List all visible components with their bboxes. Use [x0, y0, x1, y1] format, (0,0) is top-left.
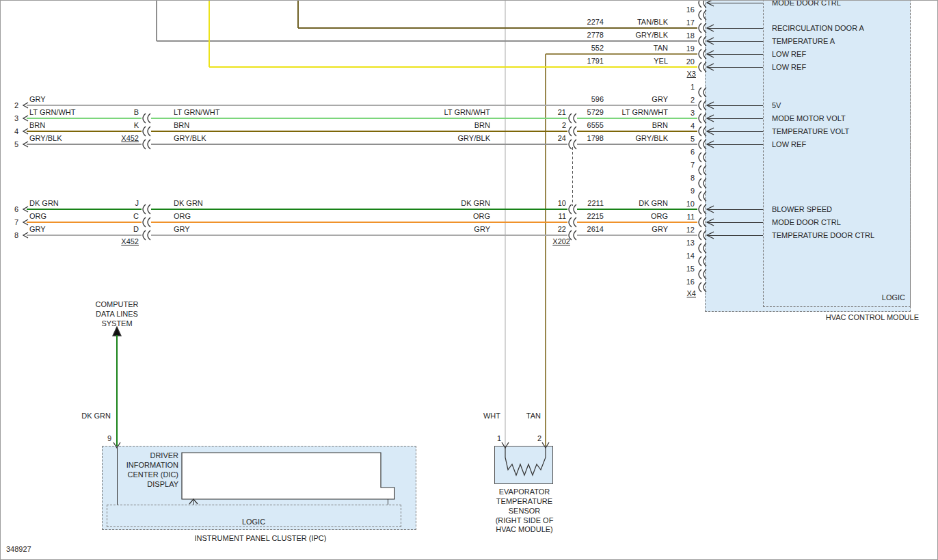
circuit-number: 2211 [587, 199, 604, 208]
wire-color-label: ORG [174, 212, 191, 221]
inline-connector-icon [704, 243, 706, 253]
wire-color-label: DK GRN [81, 412, 111, 421]
inline-connector-icon [148, 230, 150, 240]
inline-connector-icon [699, 256, 701, 266]
inline-connector-icon [699, 1, 701, 8]
evap-label-line: SENSOR [470, 507, 579, 516]
inline-connector-icon [704, 178, 706, 188]
module-pin-number: 20 [686, 57, 695, 66]
evap-label-line: HVAC MODULE) [470, 525, 579, 534]
inline-connector-icon [143, 126, 146, 136]
module-pin-label: RECIRCULATION DOOR A [772, 24, 864, 33]
ipc-title: INSTRUMENT PANEL CLUSTER (IPC) [185, 534, 336, 543]
module-pin-label: MODE DOOR CTRL [772, 0, 841, 8]
wire-color-label: LT GRN/WHT [444, 108, 490, 117]
inline-connector-icon [699, 36, 701, 46]
inline-connector-icon [699, 178, 701, 188]
inline-connector-icon [704, 49, 706, 59]
inline-connector-icon [699, 139, 701, 149]
page-ref-number: 4 [14, 127, 18, 136]
module-pin-number: 11 [687, 213, 695, 222]
connector-cavity-number: 22 [558, 225, 566, 234]
wire-color-label: YEL [654, 57, 668, 66]
connector-cavity-number: 10 [558, 199, 566, 208]
inline-connector-icon [569, 114, 572, 123]
module-pin-label: 5V [772, 101, 781, 110]
inline-connector-icon [148, 139, 150, 149]
page-ref-number: 5 [14, 140, 18, 149]
inline-connector-icon [574, 139, 576, 149]
circuit-number: 1791 [587, 57, 604, 66]
inline-connector-icon [704, 36, 706, 46]
wire-color-label: TAN [526, 412, 541, 421]
evap-label-line: TEMPERATURE [470, 497, 579, 506]
wire-color-label: ORG [651, 212, 668, 221]
inline-connector-icon [699, 126, 701, 136]
inline-connector-icon [704, 152, 706, 162]
wire-color-label: DK GRN [174, 199, 203, 208]
inline-connector-icon [143, 230, 146, 240]
connector-cavity-number: 21 [558, 108, 566, 117]
module-pin-number: 9 [691, 187, 695, 196]
circuit-number: 2614 [587, 225, 604, 234]
module-pin-label: BLOWER SPEED [772, 205, 832, 214]
inline-connector-icon [569, 126, 572, 136]
wire-color-label: GRY/BLK [29, 134, 62, 143]
module-pin-number: 5 [691, 135, 695, 144]
circuit-number: 2215 [587, 212, 604, 221]
module-pin-number: 14 [686, 252, 695, 261]
resistor-icon [505, 448, 546, 475]
wire-color-label: LT GRN/WHT [622, 108, 668, 117]
inline-connector-icon [148, 217, 150, 227]
inline-connector-icon [699, 217, 701, 227]
inline-connector-icon [148, 114, 150, 123]
inline-connector-icon [699, 88, 701, 97]
inline-connector-icon [704, 191, 706, 201]
module-pin-number: 18 [686, 31, 695, 40]
module-pin-label: TEMPERATURE VOLT [772, 127, 849, 136]
inline-connector-icon [699, 49, 701, 59]
module-pin-number: 16 [686, 5, 695, 14]
inline-connector-icon [143, 204, 146, 214]
wire-color-label: WHT [483, 412, 500, 421]
inline-connector-icon [704, 230, 706, 240]
module-pin-number: 4 [691, 122, 695, 131]
dic-display-label-line: DRIVER [150, 451, 178, 460]
inline-connector-icon [704, 217, 706, 227]
inline-connector-icon [699, 101, 701, 110]
page-ref-number: 3 [14, 114, 18, 123]
connector-cavity-letter: B [134, 108, 139, 117]
inline-connector-icon [704, 204, 706, 214]
inline-connector-icon [569, 217, 572, 227]
wire-color-label: DK GRN [639, 199, 668, 208]
module-pin-label: MODE DOOR CTRL [772, 218, 841, 227]
inline-connector-icon [148, 126, 150, 136]
inline-connector-icon [704, 10, 706, 20]
wire-color-label: DK GRN [461, 199, 490, 208]
computer-data-lines-label: DATA LINES [62, 310, 172, 319]
connector-cavity-number: 24 [558, 134, 566, 143]
inline-connector-icon [574, 114, 576, 123]
module-pin-number: 16 [686, 278, 695, 286]
module-pin-number: 12 [686, 226, 695, 235]
wire-color-label: GRY/BLK [636, 31, 669, 40]
wire-color-label: BRN [652, 121, 668, 130]
connector-x4-label: X4 [687, 289, 696, 298]
module-pin-label: LOW REF [772, 63, 806, 72]
figure-number: 348927 [6, 545, 31, 554]
module-pin-arrow-icon [707, 1, 714, 6]
wire-color-label: BRN [174, 121, 189, 130]
dic-display-label-line: CENTER (DIC) [127, 470, 178, 479]
inline-connector-icon [699, 191, 701, 201]
inline-connector-icon [704, 269, 706, 279]
circuit-number: 5729 [587, 108, 604, 117]
wire-color-label: GRY/BLK [174, 134, 206, 143]
connector-x452-label-top: X452 [121, 134, 139, 143]
module-pin-number: 19 [686, 44, 695, 53]
module-pin-number: 7 [691, 161, 695, 170]
connector-cavity-letter: C [133, 212, 139, 221]
inline-connector-icon [704, 62, 706, 72]
inline-connector-icon [699, 230, 701, 240]
wire-color-label: GRY [474, 225, 490, 234]
inline-connector-icon [704, 126, 706, 136]
